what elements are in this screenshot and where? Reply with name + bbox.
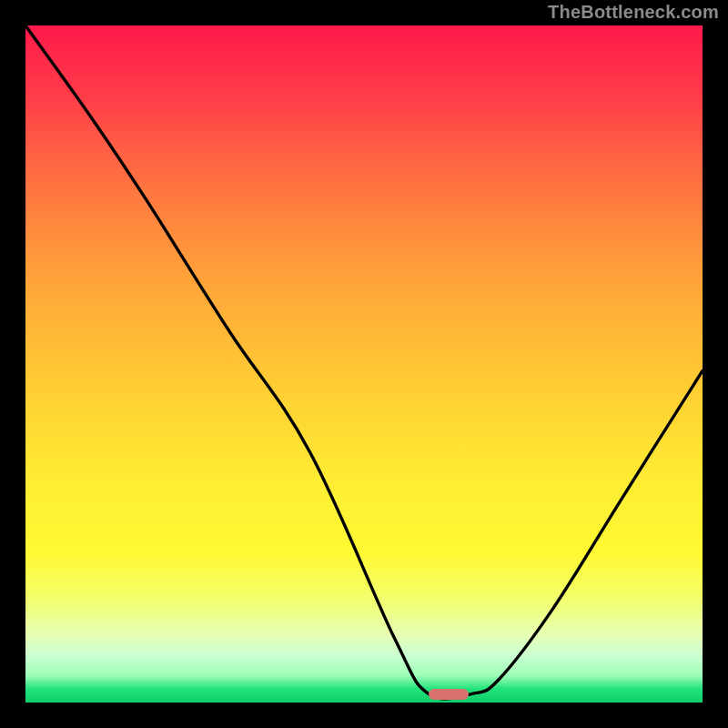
optimum-marker: [429, 689, 470, 700]
watermark-label: TheBottleneck.com: [548, 2, 719, 23]
bottleneck-curve: [25, 25, 703, 703]
plot-area: [25, 25, 703, 703]
curve-path: [25, 25, 703, 699]
chart-frame: TheBottleneck.com: [0, 0, 728, 728]
